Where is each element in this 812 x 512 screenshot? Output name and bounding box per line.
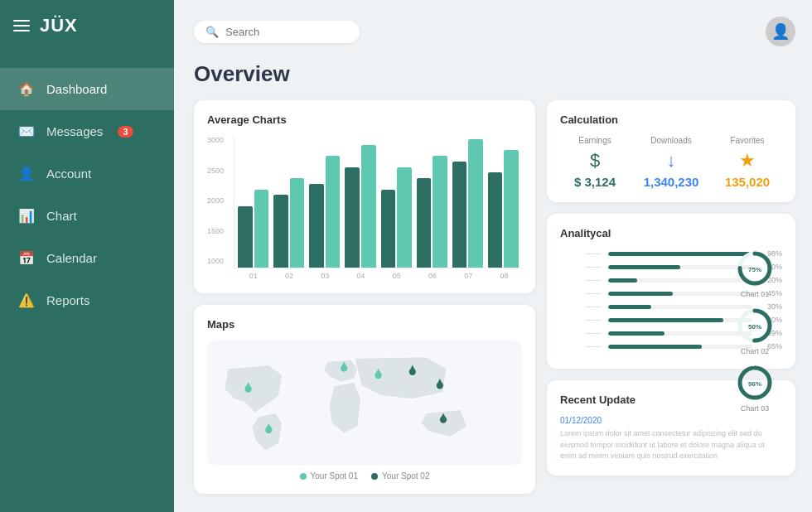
bar-light-1 [290, 178, 305, 268]
bar-dark-2 [309, 184, 324, 268]
logo: JÜX [40, 15, 78, 36]
earnings-col: Earnings $ $ 3,124 [560, 136, 630, 189]
calculation-title: Calculation [560, 114, 782, 126]
bar-group-0 [238, 190, 268, 268]
sidebar-item-label: Chart [46, 209, 77, 223]
home-icon: 🏠 [18, 81, 35, 97]
search-icon: 🔍 [205, 26, 219, 38]
favorites-icon: ★ [713, 150, 782, 171]
analytical-row-label-2: ─── [560, 276, 602, 284]
svg-text:50%: 50% [748, 323, 761, 331]
bar-dark-7 [488, 172, 503, 268]
donut-svg-1: 50% [736, 307, 774, 345]
donut-item-2: 96% Chart 03 [736, 364, 774, 413]
bar-track-6 [608, 331, 752, 336]
messages-icon: ✉️ [18, 123, 35, 139]
sidebar-item-dashboard[interactable]: 🏠 Dashboard [0, 68, 174, 110]
account-icon: 👤 [18, 166, 35, 181]
bar-light-2 [326, 156, 341, 268]
bar-group-2 [309, 156, 340, 268]
main-content: 🔍 👤 Overview Average Charts 3000 2500 20… [174, 0, 812, 512]
chart-y-labels: 3000 2500 2000 1500 1000 [207, 136, 224, 268]
bar-group-7 [488, 150, 519, 268]
favorites-label: Favorites [713, 136, 782, 145]
donut-label-0: Chart 01 [741, 290, 770, 298]
x-label-0: 01 [235, 272, 271, 280]
sidebar-item-account[interactable]: 👤 Account [0, 152, 174, 195]
bar-group-5 [417, 156, 447, 268]
analytical-title: Analitycal [560, 227, 782, 239]
donut-label-2: Chart 03 [741, 404, 770, 413]
sidebar-item-messages[interactable]: ✉️ Messages 3 [0, 110, 174, 152]
bar-light-6 [468, 139, 483, 268]
avatar[interactable]: 👤 [766, 17, 795, 46]
sidebar-item-label: Messages [46, 124, 103, 138]
analytical-row-label-5: ─── [560, 316, 602, 324]
bar-fill-1 [608, 265, 680, 269]
favorites-value: 135,020 [713, 175, 782, 189]
sidebar-item-label: Account [46, 167, 91, 181]
left-column: Average Charts 3000 2500 2000 1500 1000 … [194, 100, 535, 494]
downloads-value: 1,340,230 [636, 175, 706, 189]
x-label-6: 07 [451, 272, 486, 280]
donut-svg-2: 96% [736, 364, 774, 402]
legend-label-1: Your Spot 01 [311, 471, 358, 481]
bar-dark-3 [345, 167, 360, 268]
legend-label-2: Your Spot 02 [382, 471, 429, 481]
bar-dark-5 [417, 178, 432, 268]
chart-icon: 📊 [18, 208, 35, 224]
analytical-card: Analitycal ─── 98% ─── 50% ─── 20% ─── [547, 214, 795, 369]
bar-track-3 [608, 292, 752, 296]
analytical-row-label-4: ─── [560, 302, 602, 311]
sidebar-nav: 🏠 Dashboard ✉️ Messages 3 👤 Account 📊 Ch… [0, 68, 174, 321]
donut-item-1: 50% Chart 02 [736, 307, 774, 355]
x-label-4: 05 [379, 272, 414, 280]
x-label-2: 03 [307, 272, 343, 280]
bar-fill-6 [608, 331, 665, 336]
search-wrapper[interactable]: 🔍 [194, 21, 360, 43]
legend-item-1: Your Spot 01 [300, 471, 358, 481]
svg-text:96%: 96% [748, 380, 761, 388]
world-map-svg [207, 341, 522, 465]
bar-dark-1 [273, 195, 288, 268]
bar-group-1 [273, 178, 304, 268]
sidebar-item-label: Reports [46, 293, 90, 307]
messages-badge: 3 [118, 126, 133, 138]
analytical-row-label-6: ─── [560, 329, 602, 337]
bar-track-0 [608, 252, 752, 256]
maps-title: Maps [207, 318, 522, 331]
page-title: Overview [194, 61, 795, 87]
sidebar-item-label: Calendar [46, 251, 97, 265]
hamburger-icon[interactable] [13, 20, 30, 31]
bar-track-7 [608, 345, 752, 349]
earnings-value: $ 3,124 [560, 175, 630, 189]
x-label-7: 08 [486, 272, 522, 280]
bar-group-4 [381, 167, 412, 268]
bar-group-3 [345, 145, 375, 268]
downloads-col: Downloads ↓ 1,340,230 [636, 136, 706, 189]
top-bar: 🔍 👤 [194, 17, 795, 46]
sidebar-item-reports[interactable]: ⚠️ Reports [0, 279, 174, 321]
map-legend: Your Spot 01 Your Spot 02 [207, 471, 522, 481]
bar-group-6 [452, 139, 483, 268]
x-label-5: 06 [414, 272, 450, 280]
analytical-row-label-3: ─── [560, 289, 602, 297]
calculation-card: Calculation Earnings $ $ 3,124 Downloads… [547, 100, 795, 202]
sidebar-item-chart[interactable]: 📊 Chart [0, 195, 174, 237]
bar-light-7 [504, 150, 519, 268]
map-area [207, 341, 522, 465]
downloads-label: Downloads [636, 136, 706, 145]
sidebar-item-calendar[interactable]: 📅 Calendar [0, 237, 174, 279]
downloads-icon: ↓ [636, 150, 706, 171]
recent-text: Lorem ipsum dolor sit amet consectetur a… [560, 428, 782, 462]
bar-dark-6 [452, 162, 467, 268]
average-charts-card: Average Charts 3000 2500 2000 1500 1000 … [194, 100, 535, 293]
search-input[interactable] [225, 26, 341, 38]
sidebar-header: JÜX [0, 0, 174, 51]
reports-icon: ⚠️ [18, 292, 35, 308]
average-charts-title: Average Charts [207, 114, 522, 126]
x-label-3: 04 [343, 272, 379, 280]
bar-dark-0 [238, 206, 253, 268]
bar-track-5 [608, 318, 752, 322]
right-column: Calculation Earnings $ $ 3,124 Downloads… [547, 100, 795, 494]
